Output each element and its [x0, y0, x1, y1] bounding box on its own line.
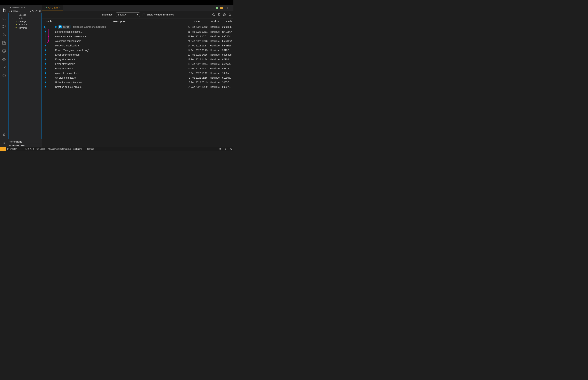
search-icon[interactable]	[0, 14, 8, 22]
svg-point-65	[45, 82, 46, 83]
more-icon[interactable]: ⋯	[229, 6, 232, 9]
commit-hash: ef2a68d2	[221, 24, 233, 30]
status-git-graph[interactable]: Git Graph	[35, 147, 47, 151]
commit-row[interactable]: Enregistrer name112 Feb 2022 14:13Henriq…	[42, 66, 233, 71]
commit-row[interactable]: Revert "Enregistrer console.log"14 Feb 2…	[42, 48, 233, 52]
branches-dropdown[interactable]: Show All ▾	[116, 12, 140, 17]
commits-table: Graph Description Date Author Commit mas…	[42, 19, 233, 89]
close-icon[interactable]: ×	[59, 6, 60, 9]
hexagon-icon[interactable]	[0, 72, 8, 80]
column-commit[interactable]: Commit	[221, 19, 233, 24]
svg-point-22	[44, 26, 46, 28]
commit-row[interactable]: Le console.log de name121 Feb 2022 17:11…	[42, 29, 233, 34]
search-icon[interactable]	[212, 13, 215, 16]
testing-icon[interactable]	[0, 63, 8, 72]
commit-hash: bf588f5c	[221, 43, 233, 48]
check-icon[interactable]	[211, 6, 214, 9]
project-section-header[interactable]: ⌄ EXERCI...	[8, 10, 42, 13]
svg-point-73	[85, 149, 86, 150]
svg-point-56	[45, 68, 46, 69]
column-graph[interactable]: Graph	[42, 19, 54, 24]
refresh-icon[interactable]	[228, 13, 231, 16]
commit-row[interactable]: Ajouter un nouveau nom21 Feb 2022 16:43H…	[42, 38, 233, 43]
commit-message: Enregistrer name2	[55, 63, 75, 65]
branches-value: Show All	[118, 13, 127, 16]
status-bell-icon[interactable]	[228, 147, 233, 151]
file-tree-item[interactable]: JSindex.js	[9, 20, 41, 23]
gear-icon[interactable]	[223, 13, 226, 16]
svg-point-3	[5, 26, 6, 27]
status-auto-attach[interactable]: Attachement automatique : intelligent	[47, 147, 83, 151]
status-branch-name: master	[10, 148, 17, 150]
status-copilot-icon[interactable]	[218, 147, 223, 151]
explorer-icon[interactable]	[0, 6, 8, 14]
graph-cell	[42, 62, 54, 66]
commit-row[interactable]: Plusieurs modifications14 Feb 2022 16:37…	[42, 43, 233, 48]
file-tree-item[interactable]: JSserver.js	[9, 26, 41, 29]
status-sync[interactable]	[18, 147, 23, 151]
branches-label: Branches:	[102, 13, 113, 16]
new-file-icon[interactable]	[28, 10, 31, 12]
commit-message: Revert "Enregistrer console.log"	[55, 49, 89, 52]
chevron-down-icon: ⌄	[9, 10, 11, 12]
square-green-icon[interactable]	[216, 7, 218, 9]
column-date[interactable]: Date	[185, 19, 209, 24]
description-cell: Plusieurs modifications	[54, 43, 185, 48]
split-editor-icon[interactable]	[225, 6, 228, 9]
show-remote-checkbox[interactable]: ✓ Show Remote Branches	[143, 13, 174, 16]
run-debug-icon[interactable]	[0, 31, 8, 39]
docker-icon[interactable]	[0, 55, 8, 63]
file-tree-item[interactable]: JSnames.js	[9, 23, 41, 26]
svg-point-50	[45, 59, 46, 60]
column-description[interactable]: Description	[54, 19, 185, 24]
svg-point-70	[9, 149, 9, 149]
column-author[interactable]: Author	[209, 19, 221, 24]
commit-row[interactable]: Ajouter un autre nouveau nom21 Feb 2022 …	[42, 34, 233, 38]
commit-row[interactable]: On ajoute names.js3 Feb 2022 05:55Henriq…	[42, 75, 233, 80]
collapse-all-icon[interactable]	[39, 10, 41, 12]
svg-rect-74	[219, 149, 221, 150]
commit-row[interactable]: Création de deux fichiers31 Jan 2022 16:…	[42, 85, 233, 89]
svg-point-41	[45, 45, 46, 46]
collapsed-section-header[interactable]: ›CHRONOLOGIE	[8, 144, 42, 147]
new-folder-icon[interactable]	[32, 10, 34, 12]
status-feedback-icon[interactable]	[223, 147, 228, 151]
status-tabnine[interactable]: tabnine	[83, 147, 95, 151]
project-name: EXERCI...	[11, 10, 28, 12]
commit-row[interactable]: Ajouter le dossier fruits3 Feb 2022 16:1…	[42, 71, 233, 75]
source-control-icon[interactable]	[0, 22, 8, 31]
commit-message: Fusion de la branche nouvelle	[72, 25, 106, 28]
account-icon[interactable]	[0, 131, 8, 139]
refresh-icon[interactable]	[35, 10, 38, 12]
square-orange-icon[interactable]	[220, 7, 223, 9]
status-branch[interactable]: master	[6, 147, 18, 151]
file-tree-item[interactable]: ›fruits	[9, 17, 41, 20]
commit-row[interactable]: Enregistrer name312 Feb 2022 14:14Henriq…	[42, 57, 233, 62]
svg-point-24	[59, 27, 60, 28]
commit-message: Ajouter le dossier fruits	[55, 72, 79, 75]
branch-badge[interactable]: master	[58, 25, 70, 29]
sidebar-more-icon[interactable]: ⋯	[38, 6, 40, 8]
file-name: fruits	[19, 17, 23, 19]
commit-date: 12 Feb 2022 14:16	[185, 52, 209, 57]
commit-author: Henrique	[209, 71, 221, 75]
commit-row[interactable]: Enregistrer name212 Feb 2022 14:14Henriq…	[42, 62, 233, 66]
file-tree-item[interactable]: ›.vscode	[9, 13, 41, 17]
commits-table-container: Graph Description Date Author Commit mas…	[42, 19, 233, 147]
tab-git-graph[interactable]: Git Graph ×	[42, 5, 63, 11]
commit-message: Enregistrer console.log	[55, 53, 79, 56]
status-warnings: 0	[33, 148, 34, 150]
commit-row[interactable]: Enregistrer console.log12 Feb 2022 14:16…	[42, 52, 233, 57]
commit-row[interactable]: Utilisation des options -am3 Feb 2022 05…	[42, 80, 233, 85]
commit-row[interactable]: masterFusion de la branche nouvelle23 Fe…	[42, 24, 233, 30]
status-problems[interactable]: 0 0	[23, 147, 35, 151]
svg-point-18	[212, 14, 214, 16]
collapsed-section-header[interactable]: ›STRUCTURE	[8, 140, 42, 144]
terminal-icon[interactable]	[217, 13, 221, 16]
remote-explorer-icon[interactable]	[0, 47, 8, 55]
extensions-icon[interactable]	[0, 39, 8, 47]
settings-gear-icon[interactable]	[0, 139, 8, 147]
graph-cell	[42, 75, 54, 80]
commit-author: Henrique	[209, 48, 221, 52]
remote-button[interactable]	[0, 147, 6, 151]
